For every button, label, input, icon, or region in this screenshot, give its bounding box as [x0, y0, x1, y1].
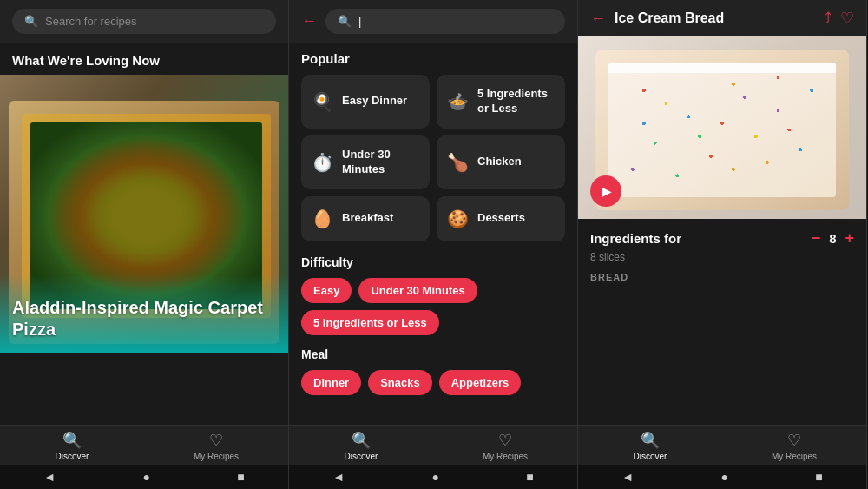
breakfast-icon: 🥚 [312, 208, 333, 229]
myrecipes-icon-2: ♡ [498, 431, 512, 450]
panel2-topbar: ← 🔍 | [289, 0, 577, 43]
discover-label-1: Discover [56, 452, 89, 461]
chicken-icon: 🍗 [447, 152, 469, 173]
difficulty-tags: Easy Under 30 Minutes 5 Ingredients or L… [301, 278, 565, 335]
bottom-nav-1: 🔍 Discover ♡ My Recipes [0, 425, 288, 465]
back-button-3[interactable]: ← [590, 10, 606, 28]
popular-card-breakfast[interactable]: 🥚 Breakfast [301, 196, 430, 241]
nav-myrecipes-3[interactable]: ♡ My Recipes [722, 431, 866, 461]
share-icon[interactable]: ⤴ [824, 10, 832, 28]
recipe-title: Ice Cream Bread [615, 10, 815, 26]
popular-title: Popular [301, 51, 565, 66]
meal-title: Meal [301, 347, 565, 361]
qty-controls: − 8 + [812, 229, 854, 248]
recents-sys-btn-1[interactable]: ■ [237, 470, 244, 484]
ingredients-section: Ingredients for − 8 + 8 slices BREAD [578, 219, 866, 425]
popular-grid: 🍳 Easy Dinner 🍲 5 Ingredients or Less ⏱️… [301, 75, 565, 241]
discover-icon-3: 🔍 [641, 431, 660, 450]
tag-5ingredients[interactable]: 5 Ingredients or Less [301, 310, 439, 335]
myrecipes-label-2: My Recipes [483, 452, 528, 461]
panel-3: ← Ice Cream Bread ⤴ ♡ ▶ Ingredients for … [578, 0, 867, 489]
qty-number: 8 [829, 231, 836, 246]
recents-sys-btn-2[interactable]: ■ [526, 470, 533, 484]
search-bar-2[interactable]: 🔍 | [326, 9, 565, 34]
desserts-label: Desserts [477, 211, 525, 226]
ingredient-category-bread: BREAD [590, 272, 854, 282]
panel-2: ← 🔍 | Popular 🍳 Easy Dinner 🍲 5 Ingredie… [289, 0, 578, 489]
discover-label-3: Discover [634, 452, 667, 461]
under30-icon: ⏱️ [312, 152, 333, 173]
tag-easy[interactable]: Easy [301, 278, 352, 303]
home-sys-btn-2[interactable]: ● [431, 470, 438, 484]
discover-icon-2: 🔍 [352, 431, 371, 450]
nav-myrecipes-2[interactable]: ♡ My Recipes [433, 431, 577, 461]
easy-dinner-icon: 🍳 [312, 91, 333, 112]
panel3-header: ← Ice Cream Bread ⤴ ♡ [578, 0, 866, 36]
panel-1: 🔍 Search for recipes What We're Loving N… [0, 0, 289, 489]
breakfast-label: Breakfast [342, 211, 393, 226]
ingredients-title: Ingredients for [590, 231, 812, 246]
sys-nav-2: ◄ ● ■ [289, 465, 577, 489]
back-sys-btn-3[interactable]: ◄ [621, 470, 634, 484]
back-sys-btn-2[interactable]: ◄ [332, 470, 345, 484]
easy-dinner-label: Easy Dinner [342, 94, 407, 109]
tag-appetizers[interactable]: Appetizers [439, 370, 521, 395]
myrecipes-icon-1: ♡ [209, 431, 223, 450]
bottom-nav-3: 🔍 Discover ♡ My Recipes [578, 425, 866, 465]
back-sys-btn-1[interactable]: ◄ [43, 470, 56, 484]
search-icon-1: 🔍 [24, 15, 38, 28]
myrecipes-label-1: My Recipes [194, 452, 239, 461]
hero-image[interactable]: Aladdin-Inspired Magic Carpet Pizza [0, 75, 288, 353]
recents-sys-btn-3[interactable]: ■ [815, 470, 822, 484]
5ingredients-label: 5 Ingredients or Less [477, 87, 555, 116]
under30-label: Under 30 Minutes [342, 148, 419, 177]
sys-nav-3: ◄ ● ■ [578, 465, 866, 489]
tag-under30[interactable]: Under 30 Minutes [358, 278, 477, 303]
panel2-body: Popular 🍳 Easy Dinner 🍲 5 Ingredients or… [289, 43, 577, 425]
play-button[interactable]: ▶ [590, 175, 621, 207]
search-icon-2: 🔍 [338, 15, 352, 28]
recipe-image: ▶ [578, 36, 866, 219]
nav-discover-1[interactable]: 🔍 Discover [0, 431, 144, 461]
servings-label: 8 slices [590, 251, 854, 263]
bread-sprinkles [610, 64, 834, 195]
hero-title: Aladdin-Inspired Magic Carpet Pizza [12, 297, 276, 340]
qty-increase-btn[interactable]: + [845, 229, 854, 248]
favorite-icon[interactable]: ♡ [840, 9, 854, 28]
myrecipes-icon-3: ♡ [787, 431, 801, 450]
section-title-1: What We're Loving Now [0, 43, 288, 75]
popular-card-chicken[interactable]: 🍗 Chicken [437, 135, 565, 189]
search-cursor-2: | [358, 15, 361, 28]
search-bar-1[interactable]: 🔍 Search for recipes [12, 9, 276, 34]
discover-label-2: Discover [345, 452, 378, 461]
myrecipes-label-3: My Recipes [772, 452, 817, 461]
play-icon: ▶ [602, 184, 612, 198]
bottom-nav-2: 🔍 Discover ♡ My Recipes [289, 425, 577, 465]
home-sys-btn-3[interactable]: ● [720, 470, 727, 484]
qty-decrease-btn[interactable]: − [812, 229, 821, 248]
tag-dinner[interactable]: Dinner [301, 370, 361, 395]
panel1-topbar: 🔍 Search for recipes [0, 0, 288, 43]
popular-card-desserts[interactable]: 🍪 Desserts [437, 196, 565, 241]
discover-icon-1: 🔍 [62, 431, 82, 450]
desserts-icon: 🍪 [447, 208, 469, 229]
meal-tags: Dinner Snacks Appetizers [301, 370, 565, 395]
popular-card-under30[interactable]: ⏱️ Under 30 Minutes [301, 135, 430, 189]
5ingredients-icon: 🍲 [447, 91, 469, 112]
search-placeholder-1: Search for recipes [45, 15, 137, 28]
popular-card-easy-dinner[interactable]: 🍳 Easy Dinner [301, 75, 430, 129]
difficulty-title: Difficulty [301, 255, 565, 269]
sys-nav-1: ◄ ● ■ [0, 465, 288, 489]
nav-myrecipes-1[interactable]: ♡ My Recipes [144, 431, 288, 461]
panel1-content: Aladdin-Inspired Magic Carpet Pizza [0, 75, 288, 425]
hero-overlay: Aladdin-Inspired Magic Carpet Pizza [0, 274, 288, 353]
back-button-2[interactable]: ← [301, 12, 317, 30]
nav-discover-2[interactable]: 🔍 Discover [289, 431, 433, 461]
chicken-label: Chicken [477, 155, 522, 169]
popular-card-5ingredients[interactable]: 🍲 5 Ingredients or Less [437, 75, 565, 129]
nav-discover-3[interactable]: 🔍 Discover [578, 431, 722, 461]
ingredients-header: Ingredients for − 8 + [590, 229, 854, 248]
home-sys-btn-1[interactable]: ● [142, 470, 149, 484]
tag-snacks[interactable]: Snacks [368, 370, 432, 395]
